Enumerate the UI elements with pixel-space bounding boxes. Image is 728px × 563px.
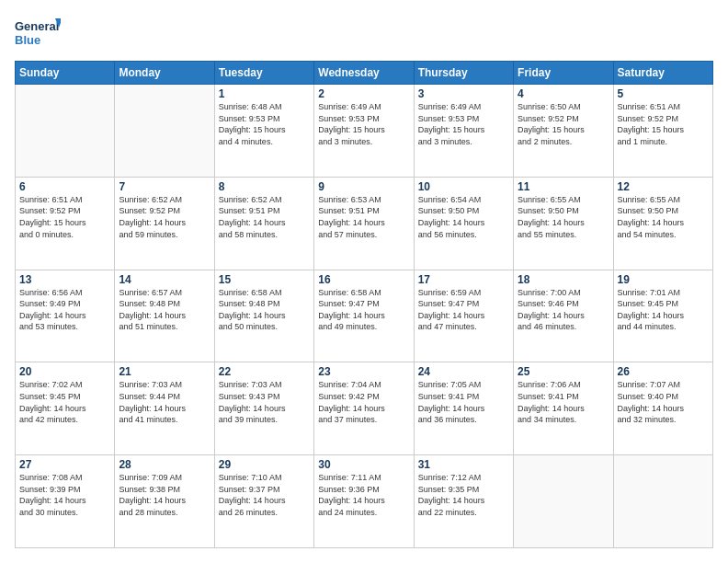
day-number: 5 [618, 87, 709, 100]
day-number: 7 [119, 180, 210, 193]
day-detail: Sunrise: 7:07 AM Sunset: 9:40 PM Dayligh… [618, 379, 709, 425]
day-number: 10 [418, 180, 509, 193]
day-number: 23 [318, 365, 409, 378]
day-number: 25 [518, 365, 609, 378]
week-row-4: 20Sunrise: 7:02 AM Sunset: 9:45 PM Dayli… [16, 362, 713, 455]
weekday-header-row: SundayMondayTuesdayWednesdayThursdayFrid… [16, 62, 713, 85]
day-detail: Sunrise: 6:51 AM Sunset: 9:52 PM Dayligh… [618, 101, 709, 147]
calendar-cell: 17Sunrise: 6:59 AM Sunset: 9:47 PM Dayli… [414, 270, 513, 362]
week-row-1: 1Sunrise: 6:48 AM Sunset: 9:53 PM Daylig… [16, 85, 713, 178]
calendar-cell: 5Sunrise: 6:51 AM Sunset: 9:52 PM Daylig… [613, 85, 712, 178]
day-detail: Sunrise: 6:48 AM Sunset: 9:53 PM Dayligh… [219, 101, 310, 147]
calendar-cell: 16Sunrise: 6:58 AM Sunset: 9:47 PM Dayli… [314, 270, 414, 362]
weekday-header-wednesday: Wednesday [314, 62, 414, 85]
weekday-header-saturday: Saturday [613, 62, 712, 85]
day-number: 11 [518, 180, 609, 193]
day-detail: Sunrise: 7:10 AM Sunset: 9:37 PM Dayligh… [219, 472, 310, 518]
day-number: 31 [418, 458, 509, 471]
calendar-cell: 7Sunrise: 6:52 AM Sunset: 9:52 PM Daylig… [115, 177, 214, 270]
day-number: 21 [119, 365, 210, 378]
day-number: 26 [618, 365, 709, 378]
day-number: 27 [19, 458, 110, 471]
day-number: 2 [318, 87, 409, 100]
day-number: 17 [418, 273, 509, 286]
day-detail: Sunrise: 6:59 AM Sunset: 9:47 PM Dayligh… [418, 287, 509, 333]
day-number: 3 [418, 87, 509, 100]
calendar-cell: 27Sunrise: 7:08 AM Sunset: 9:39 PM Dayli… [16, 455, 115, 548]
calendar-cell: 25Sunrise: 7:06 AM Sunset: 9:41 PM Dayli… [514, 362, 613, 455]
calendar-cell: 21Sunrise: 7:03 AM Sunset: 9:44 PM Dayli… [115, 362, 214, 455]
day-detail: Sunrise: 6:55 AM Sunset: 9:50 PM Dayligh… [518, 194, 609, 240]
day-number: 14 [119, 273, 210, 286]
calendar-cell: 8Sunrise: 6:52 AM Sunset: 9:51 PM Daylig… [214, 177, 313, 270]
calendar-cell: 3Sunrise: 6:49 AM Sunset: 9:53 PM Daylig… [414, 85, 513, 178]
calendar-cell: 10Sunrise: 6:54 AM Sunset: 9:50 PM Dayli… [414, 177, 513, 270]
day-detail: Sunrise: 6:49 AM Sunset: 9:53 PM Dayligh… [418, 101, 509, 147]
logo: General Blue [15, 15, 61, 52]
day-number: 19 [618, 273, 709, 286]
day-detail: Sunrise: 7:00 AM Sunset: 9:46 PM Dayligh… [518, 287, 609, 333]
calendar-cell: 24Sunrise: 7:05 AM Sunset: 9:41 PM Dayli… [414, 362, 513, 455]
day-detail: Sunrise: 7:12 AM Sunset: 9:35 PM Dayligh… [418, 472, 509, 518]
day-detail: Sunrise: 7:02 AM Sunset: 9:45 PM Dayligh… [19, 379, 110, 425]
day-detail: Sunrise: 6:53 AM Sunset: 9:51 PM Dayligh… [318, 194, 409, 240]
day-detail: Sunrise: 6:58 AM Sunset: 9:47 PM Dayligh… [318, 287, 409, 333]
day-detail: Sunrise: 7:11 AM Sunset: 9:36 PM Dayligh… [318, 472, 409, 518]
day-detail: Sunrise: 7:06 AM Sunset: 9:41 PM Dayligh… [518, 379, 609, 425]
day-number: 6 [19, 180, 110, 193]
calendar-cell: 13Sunrise: 6:56 AM Sunset: 9:49 PM Dayli… [16, 270, 115, 362]
calendar-cell: 23Sunrise: 7:04 AM Sunset: 9:42 PM Dayli… [314, 362, 414, 455]
calendar-cell: 1Sunrise: 6:48 AM Sunset: 9:53 PM Daylig… [214, 85, 313, 178]
calendar-cell: 2Sunrise: 6:49 AM Sunset: 9:53 PM Daylig… [314, 85, 414, 178]
weekday-header-sunday: Sunday [16, 62, 115, 85]
calendar-cell: 11Sunrise: 6:55 AM Sunset: 9:50 PM Dayli… [514, 177, 613, 270]
day-detail: Sunrise: 7:09 AM Sunset: 9:38 PM Dayligh… [119, 472, 210, 518]
svg-text:General: General [15, 19, 59, 33]
weekday-header-tuesday: Tuesday [214, 62, 313, 85]
day-number: 8 [219, 180, 310, 193]
day-detail: Sunrise: 6:56 AM Sunset: 9:49 PM Dayligh… [19, 287, 110, 333]
day-detail: Sunrise: 6:52 AM Sunset: 9:52 PM Dayligh… [119, 194, 210, 240]
day-detail: Sunrise: 7:03 AM Sunset: 9:44 PM Dayligh… [119, 379, 210, 425]
day-detail: Sunrise: 6:49 AM Sunset: 9:53 PM Dayligh… [318, 101, 409, 147]
week-row-3: 13Sunrise: 6:56 AM Sunset: 9:49 PM Dayli… [16, 270, 713, 362]
day-number: 20 [19, 365, 110, 378]
day-number: 29 [219, 458, 310, 471]
day-detail: Sunrise: 6:54 AM Sunset: 9:50 PM Dayligh… [418, 194, 509, 240]
day-detail: Sunrise: 6:51 AM Sunset: 9:52 PM Dayligh… [19, 194, 110, 240]
weekday-header-friday: Friday [514, 62, 613, 85]
calendar-cell: 4Sunrise: 6:50 AM Sunset: 9:52 PM Daylig… [514, 85, 613, 178]
day-number: 22 [219, 365, 310, 378]
week-row-5: 27Sunrise: 7:08 AM Sunset: 9:39 PM Dayli… [16, 455, 713, 548]
calendar-cell: 9Sunrise: 6:53 AM Sunset: 9:51 PM Daylig… [314, 177, 414, 270]
day-number: 4 [518, 87, 609, 100]
day-number: 12 [618, 180, 709, 193]
day-number: 1 [219, 87, 310, 100]
calendar-cell: 6Sunrise: 6:51 AM Sunset: 9:52 PM Daylig… [16, 177, 115, 270]
svg-text:Blue: Blue [15, 33, 40, 47]
calendar-cell: 28Sunrise: 7:09 AM Sunset: 9:38 PM Dayli… [115, 455, 214, 548]
day-number: 15 [219, 273, 310, 286]
day-number: 18 [518, 273, 609, 286]
day-detail: Sunrise: 7:05 AM Sunset: 9:41 PM Dayligh… [418, 379, 509, 425]
calendar-cell [16, 85, 115, 178]
day-detail: Sunrise: 6:55 AM Sunset: 9:50 PM Dayligh… [618, 194, 709, 240]
day-detail: Sunrise: 6:50 AM Sunset: 9:52 PM Dayligh… [518, 101, 609, 147]
day-number: 16 [318, 273, 409, 286]
day-detail: Sunrise: 6:58 AM Sunset: 9:48 PM Dayligh… [219, 287, 310, 333]
calendar-cell: 30Sunrise: 7:11 AM Sunset: 9:36 PM Dayli… [314, 455, 414, 548]
calendar-cell: 18Sunrise: 7:00 AM Sunset: 9:46 PM Dayli… [514, 270, 613, 362]
day-number: 30 [318, 458, 409, 471]
day-number: 24 [418, 365, 509, 378]
calendar-cell [115, 85, 214, 178]
weekday-header-monday: Monday [115, 62, 214, 85]
week-row-2: 6Sunrise: 6:51 AM Sunset: 9:52 PM Daylig… [16, 177, 713, 270]
calendar-cell: 12Sunrise: 6:55 AM Sunset: 9:50 PM Dayli… [613, 177, 712, 270]
calendar-cell: 29Sunrise: 7:10 AM Sunset: 9:37 PM Dayli… [214, 455, 313, 548]
day-number: 28 [119, 458, 210, 471]
day-detail: Sunrise: 6:52 AM Sunset: 9:51 PM Dayligh… [219, 194, 310, 240]
calendar-cell: 31Sunrise: 7:12 AM Sunset: 9:35 PM Dayli… [414, 455, 513, 548]
day-detail: Sunrise: 7:08 AM Sunset: 9:39 PM Dayligh… [19, 472, 110, 518]
calendar-cell: 20Sunrise: 7:02 AM Sunset: 9:45 PM Dayli… [16, 362, 115, 455]
logo-svg: General Blue [15, 15, 61, 52]
